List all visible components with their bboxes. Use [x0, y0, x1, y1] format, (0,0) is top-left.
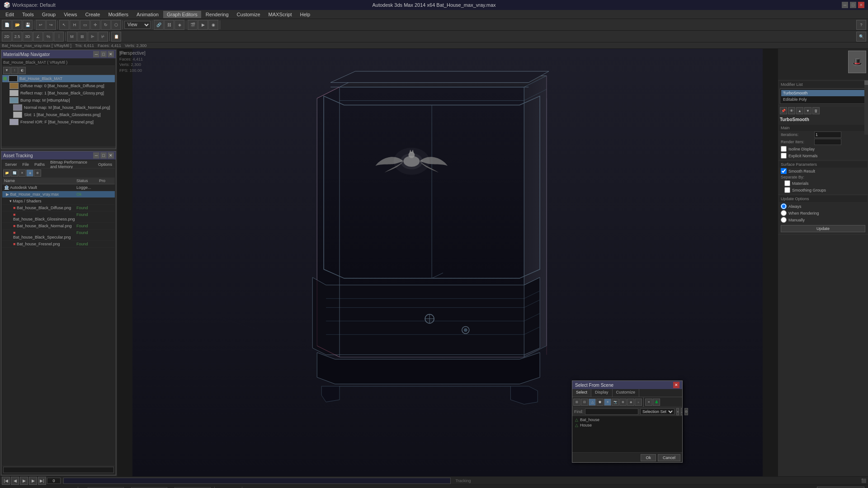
material-item-6[interactable]: Fresnel IOR: F [Bat_house_Fresnel.png]: [2, 118, 115, 126]
sel-tb-tree[interactable]: 🌲: [653, 399, 660, 406]
asset-row-maxfile[interactable]: ▶ Bat_House_max_vray.max Ok: [2, 191, 115, 198]
percent-snap-btn[interactable]: %: [43, 32, 53, 42]
anim-next-key[interactable]: ▶|: [38, 477, 46, 485]
anim-prev-key[interactable]: |◀: [2, 477, 10, 485]
sel-tb-helper[interactable]: ⊕: [619, 399, 627, 406]
asset-tb-btn3[interactable]: ✕: [19, 169, 26, 177]
mat-nav-btn3[interactable]: ◐: [19, 67, 26, 74]
select-item-house[interactable]: △ House: [573, 422, 681, 428]
asset-path-input[interactable]: [3, 467, 114, 473]
asset-row-specular[interactable]: ■ Bat_house_Black_Specular.png Found: [2, 230, 115, 241]
asset-tab-server[interactable]: Server: [3, 162, 19, 167]
select-search-input[interactable]: [585, 408, 638, 415]
menu-help[interactable]: Help: [297, 11, 314, 18]
save-btn[interactable]: 💾: [23, 20, 33, 30]
material-panel-minimize[interactable]: ─: [93, 51, 99, 57]
explicit-normals-checkbox[interactable]: [781, 153, 787, 159]
material-item-3[interactable]: Bump map: M [#BumpMap]: [2, 97, 115, 104]
unlink-btn[interactable]: ⛓: [164, 20, 174, 30]
material-item-1[interactable]: Diffuse map: 0 [Bat_house_Black_Diffuse.…: [2, 82, 115, 89]
right-render-iters-input[interactable]: [814, 139, 841, 145]
menu-customize[interactable]: Customize: [233, 11, 264, 18]
mirror-btn[interactable]: M: [67, 32, 77, 42]
materials-checkbox[interactable]: [784, 180, 790, 186]
maximize-btn[interactable]: □: [850, 2, 856, 8]
asset-tab-paths[interactable]: Paths: [33, 162, 47, 167]
asset-row-maps[interactable]: ▾ Maps / Shaders: [2, 198, 115, 205]
right-show-btn[interactable]: 👁: [788, 107, 795, 114]
menu-maxscript[interactable]: MAXScript: [265, 11, 296, 18]
menu-edit[interactable]: Edit: [2, 11, 18, 18]
snap3d-btn[interactable]: 3D: [23, 32, 33, 42]
asset-tb-btn5[interactable]: ⊕: [34, 169, 41, 177]
sel-tb-none[interactable]: ⊟: [581, 399, 588, 406]
active-shade-btn[interactable]: ◉: [208, 20, 218, 30]
anim-prev-frame[interactable]: ◀: [11, 477, 19, 485]
menu-tools[interactable]: Tools: [19, 11, 38, 18]
select-ok-btn[interactable]: Ok: [641, 454, 656, 461]
select-item-bathouse[interactable]: △ Bat_house: [573, 417, 681, 422]
asset-tb-btn2[interactable]: 🔄: [11, 169, 18, 177]
viewport[interactable]: [Perspective]: [118, 49, 778, 476]
select-btn[interactable]: ↖: [59, 20, 69, 30]
open-btn[interactable]: 📂: [12, 20, 22, 30]
asset-tab-bitmap[interactable]: Bitmap Performance and Memory: [48, 160, 94, 169]
quick-align-btn[interactable]: ⊬: [98, 32, 108, 42]
asset-panel-close[interactable]: ✕: [108, 152, 114, 159]
bind-space-btn[interactable]: ◈: [175, 20, 184, 30]
align-btn[interactable]: ⊫: [88, 32, 98, 42]
when-rendering-radio[interactable]: [781, 210, 787, 216]
material-panel-close[interactable]: ✕: [108, 51, 114, 57]
select-name-btn[interactable]: H: [70, 20, 80, 30]
sel-search-btn3[interactable]: ⊙: [684, 408, 688, 415]
sel-search-btn1[interactable]: +: [676, 408, 679, 415]
scale-btn[interactable]: ⬡: [111, 20, 121, 30]
asset-panel-minimize[interactable]: ─: [93, 152, 99, 159]
material-item-0[interactable]: Bat_House_Black_MAT: [2, 75, 115, 82]
sel-tb-shape[interactable]: ⬟: [596, 399, 604, 406]
asset-tab-file[interactable]: File: [21, 162, 31, 167]
move-btn[interactable]: ✛: [90, 20, 100, 30]
asset-row-normal[interactable]: ■ Bat_house_Black_Normal.png Found: [2, 223, 115, 230]
asset-row-fresnel[interactable]: ■ Bat_house_Fresnel.png Found: [2, 241, 115, 248]
close-btn[interactable]: ✕: [858, 2, 864, 8]
sel-search-btn2[interactable]: -: [681, 408, 683, 415]
selection-set-select[interactable]: Selection Set: [640, 408, 675, 415]
undo-btn[interactable]: ↩: [36, 20, 46, 30]
select-region-btn[interactable]: ▭: [80, 20, 90, 30]
select-dialog-header[interactable]: Select From Scene ✕: [572, 381, 682, 389]
sel-tb-geo[interactable]: △: [589, 399, 596, 406]
material-item-4[interactable]: Normal map: M [Bat_house_Black_Normal.pn…: [2, 104, 115, 111]
smoothing-groups-checkbox[interactable]: [784, 187, 790, 193]
minimize-btn[interactable]: ─: [842, 2, 848, 8]
right-move-up-btn[interactable]: ▲: [796, 107, 803, 114]
snap2d-btn[interactable]: 2D: [2, 32, 12, 42]
mat-nav-btn2[interactable]: ↑: [11, 67, 18, 74]
material-item-5[interactable]: Slot: 1 [Bat_house_Black_Glossiness.png]: [2, 111, 115, 118]
menu-graph-editors[interactable]: Graph Editors: [163, 11, 201, 18]
spinner-snap-btn[interactable]: ⋮: [54, 32, 64, 42]
menu-group[interactable]: Group: [38, 11, 60, 18]
asset-panel-restore[interactable]: □: [100, 152, 107, 159]
scene-xplorer-btn[interactable]: 🔍: [856, 32, 866, 42]
modifier-turbosm[interactable]: TurboSmooth: [781, 90, 865, 96]
sel-tb-all[interactable]: ⊞: [573, 399, 580, 406]
select-tab-customize[interactable]: Customize: [613, 389, 640, 397]
isoline-checkbox[interactable]: [781, 146, 787, 152]
render-setup-btn[interactable]: 🎬: [188, 20, 198, 30]
current-frame-input[interactable]: [47, 478, 61, 484]
always-radio[interactable]: [781, 203, 787, 209]
menu-animation[interactable]: Animation: [133, 11, 162, 18]
transform-select[interactable]: View Screen World: [124, 21, 151, 29]
asset-row-glossiness[interactable]: ■ Bat_house_Black_Glossiness.png Found: [2, 211, 115, 223]
select-tab-display[interactable]: Display: [591, 389, 613, 397]
right-iterations-input[interactable]: [814, 131, 841, 138]
anim-next-frame[interactable]: ▶: [29, 477, 37, 485]
layer-mgr-btn[interactable]: 📋: [111, 32, 121, 42]
right-move-dn-btn[interactable]: ▼: [804, 107, 811, 114]
select-dialog-close[interactable]: ✕: [673, 382, 679, 388]
smooth-result-checkbox[interactable]: [781, 168, 787, 174]
asset-tb-btn4[interactable]: ◈: [26, 169, 33, 177]
rotate-btn[interactable]: ↻: [101, 20, 111, 30]
asset-row-diffuse[interactable]: ■ Bat_house_Black_Diffuse.png Found: [2, 205, 115, 211]
